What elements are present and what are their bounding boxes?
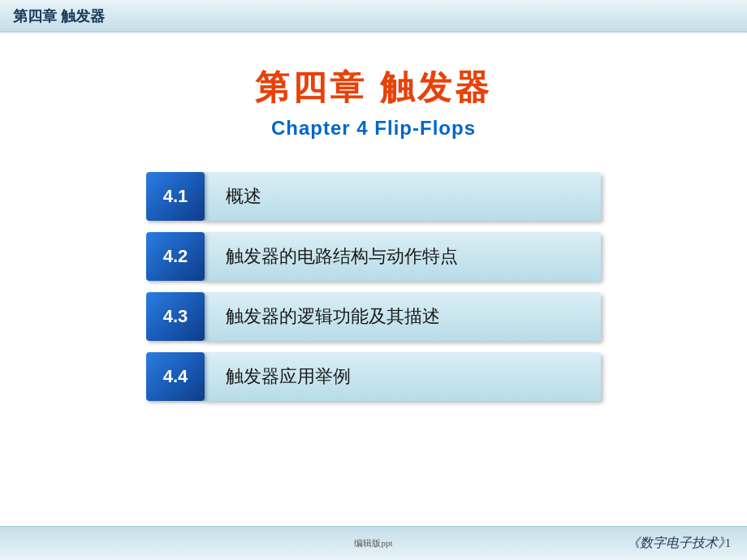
menu-number-3: 4.3 bbox=[146, 292, 205, 341]
menu-text-3: 触发器的逻辑功能及其描述 bbox=[203, 292, 601, 341]
menu-text-1: 概述 bbox=[203, 172, 601, 221]
menu-item-4[interactable]: 4.4触发器应用举例 bbox=[146, 352, 601, 401]
header-title: 第四章 触发器 bbox=[13, 6, 105, 26]
header-bar: 第四章 触发器 bbox=[0, 0, 747, 32]
menu-item-3[interactable]: 4.3触发器的逻辑功能及其描述 bbox=[146, 292, 601, 341]
menu-number-1: 4.1 bbox=[146, 172, 205, 221]
menu-item-1[interactable]: 4.1概述 bbox=[146, 172, 601, 221]
menu-container: 4.1概述4.2触发器的电路结构与动作特点4.3触发器的逻辑功能及其描述4.4触… bbox=[146, 172, 601, 401]
zh-title: 第四章 触发器 bbox=[255, 65, 492, 110]
menu-item-2[interactable]: 4.2触发器的电路结构与动作特点 bbox=[146, 232, 601, 281]
main-content: 第四章 触发器 Chapter 4 Flip-Flops 4.1概述4.2触发器… bbox=[0, 32, 747, 526]
menu-text-2: 触发器的电路结构与动作特点 bbox=[203, 232, 601, 281]
menu-text-4: 触发器应用举例 bbox=[203, 352, 601, 401]
menu-number-4: 4.4 bbox=[146, 352, 205, 401]
footer-center: 编辑版ppt bbox=[354, 537, 392, 549]
menu-number-2: 4.2 bbox=[146, 232, 205, 281]
en-subtitle: Chapter 4 Flip-Flops bbox=[271, 117, 476, 140]
footer-bar: 编辑版ppt 《数字电子技术》 1 bbox=[0, 526, 747, 560]
footer-right: 《数字电子技术》 bbox=[627, 535, 731, 552]
footer-page: 1 bbox=[725, 537, 731, 550]
